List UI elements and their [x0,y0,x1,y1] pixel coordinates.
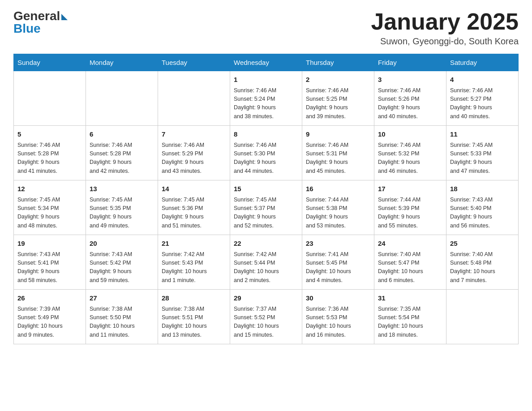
header-monday: Monday [86,54,158,71]
day-info: Sunrise: 7:36 AM Sunset: 5:53 PM Dayligh… [306,306,351,338]
calendar-cell: 25Sunrise: 7:40 AM Sunset: 5:48 PM Dayli… [446,235,519,290]
day-number: 1 [234,75,298,85]
calendar-cell: 23Sunrise: 7:41 AM Sunset: 5:45 PM Dayli… [302,235,374,290]
calendar-week-5: 26Sunrise: 7:39 AM Sunset: 5:49 PM Dayli… [14,290,519,344]
calendar-cell: 16Sunrise: 7:44 AM Sunset: 5:38 PM Dayli… [302,180,374,235]
calendar-cell: 1Sunrise: 7:46 AM Sunset: 5:24 PM Daylig… [230,71,302,126]
day-number: 18 [450,184,515,194]
calendar-cell: 5Sunrise: 7:46 AM Sunset: 5:28 PM Daylig… [14,126,86,180]
day-info: Sunrise: 7:46 AM Sunset: 5:28 PM Dayligh… [90,142,132,174]
header-tuesday: Tuesday [158,54,230,71]
day-info: Sunrise: 7:46 AM Sunset: 5:32 PM Dayligh… [378,142,420,174]
calendar-cell: 31Sunrise: 7:35 AM Sunset: 5:54 PM Dayli… [374,290,446,344]
day-number: 10 [378,129,442,140]
calendar-cell: 2Sunrise: 7:46 AM Sunset: 5:25 PM Daylig… [302,71,374,126]
calendar-cell: 29Sunrise: 7:37 AM Sunset: 5:52 PM Dayli… [230,290,302,344]
day-number: 4 [450,75,515,85]
day-info: Sunrise: 7:46 AM Sunset: 5:27 PM Dayligh… [450,87,493,120]
calendar-cell: 4Sunrise: 7:46 AM Sunset: 5:27 PM Daylig… [446,71,519,126]
day-number: 26 [17,293,82,304]
calendar-cell: 9Sunrise: 7:46 AM Sunset: 5:31 PM Daylig… [302,126,374,180]
day-info: Sunrise: 7:46 AM Sunset: 5:25 PM Dayligh… [306,87,348,120]
day-number: 15 [234,184,298,194]
day-number: 6 [90,129,154,140]
day-info: Sunrise: 7:44 AM Sunset: 5:38 PM Dayligh… [306,197,348,229]
day-number: 24 [378,239,442,249]
calendar-cell: 27Sunrise: 7:38 AM Sunset: 5:50 PM Dayli… [86,290,158,344]
day-info: Sunrise: 7:38 AM Sunset: 5:51 PM Dayligh… [162,306,207,338]
day-number: 25 [450,239,515,249]
day-info: Sunrise: 7:45 AM Sunset: 5:34 PM Dayligh… [17,197,60,229]
calendar-cell: 21Sunrise: 7:42 AM Sunset: 5:43 PM Dayli… [158,235,230,290]
calendar-cell [158,71,230,126]
day-info: Sunrise: 7:43 AM Sunset: 5:41 PM Dayligh… [17,251,60,283]
day-number: 2 [306,75,370,85]
day-number: 20 [90,239,154,249]
day-info: Sunrise: 7:46 AM Sunset: 5:24 PM Dayligh… [234,87,276,120]
day-info: Sunrise: 7:41 AM Sunset: 5:45 PM Dayligh… [306,251,351,283]
logo-arrow-icon [61,14,68,20]
calendar-cell: 17Sunrise: 7:44 AM Sunset: 5:39 PM Dayli… [374,180,446,235]
day-number: 30 [306,293,370,304]
day-number: 13 [90,184,154,194]
calendar-cell: 3Sunrise: 7:46 AM Sunset: 5:26 PM Daylig… [374,71,446,126]
logo-blue-text: Blue [13,21,41,36]
day-number: 29 [234,293,298,304]
day-number: 9 [306,129,370,140]
day-info: Sunrise: 7:46 AM Sunset: 5:31 PM Dayligh… [306,142,348,174]
day-info: Sunrise: 7:37 AM Sunset: 5:52 PM Dayligh… [234,306,279,338]
calendar-week-3: 12Sunrise: 7:45 AM Sunset: 5:34 PM Dayli… [14,180,519,235]
day-number: 21 [162,239,226,249]
day-info: Sunrise: 7:46 AM Sunset: 5:30 PM Dayligh… [234,142,276,174]
calendar-cell [86,71,158,126]
calendar-cell: 13Sunrise: 7:45 AM Sunset: 5:35 PM Dayli… [86,180,158,235]
day-number: 11 [450,129,515,140]
calendar-cell: 22Sunrise: 7:42 AM Sunset: 5:44 PM Dayli… [230,235,302,290]
day-number: 23 [306,239,370,249]
calendar-cell: 26Sunrise: 7:39 AM Sunset: 5:49 PM Dayli… [14,290,86,344]
day-number: 16 [306,184,370,194]
calendar-week-1: 1Sunrise: 7:46 AM Sunset: 5:24 PM Daylig… [14,71,519,126]
calendar-cell: 28Sunrise: 7:38 AM Sunset: 5:51 PM Dayli… [158,290,230,344]
day-number: 5 [17,129,82,140]
logo: General Blue [13,9,68,36]
day-info: Sunrise: 7:40 AM Sunset: 5:47 PM Dayligh… [378,251,423,283]
header-wednesday: Wednesday [230,54,302,71]
header-thursday: Thursday [302,54,374,71]
day-info: Sunrise: 7:42 AM Sunset: 5:43 PM Dayligh… [162,251,207,283]
calendar-cell: 6Sunrise: 7:46 AM Sunset: 5:28 PM Daylig… [86,126,158,180]
calendar-week-4: 19Sunrise: 7:43 AM Sunset: 5:41 PM Dayli… [14,235,519,290]
day-number: 12 [17,184,82,194]
day-info: Sunrise: 7:39 AM Sunset: 5:49 PM Dayligh… [17,306,63,338]
header-sunday: Sunday [14,54,86,71]
day-number: 3 [378,75,442,85]
day-info: Sunrise: 7:45 AM Sunset: 5:33 PM Dayligh… [450,142,493,174]
day-info: Sunrise: 7:38 AM Sunset: 5:50 PM Dayligh… [90,306,135,338]
day-number: 7 [162,129,226,140]
day-info: Sunrise: 7:35 AM Sunset: 5:54 PM Dayligh… [378,306,423,338]
calendar-cell [446,290,519,344]
day-info: Sunrise: 7:45 AM Sunset: 5:37 PM Dayligh… [234,197,276,229]
calendar-cell: 20Sunrise: 7:43 AM Sunset: 5:42 PM Dayli… [86,235,158,290]
day-number: 22 [234,239,298,249]
day-info: Sunrise: 7:46 AM Sunset: 5:28 PM Dayligh… [17,142,60,174]
day-number: 17 [378,184,442,194]
title-section: January 2025 Suwon, Gyeonggi-do, South K… [371,9,519,47]
day-number: 14 [162,184,226,194]
calendar-cell: 30Sunrise: 7:36 AM Sunset: 5:53 PM Dayli… [302,290,374,344]
day-info: Sunrise: 7:42 AM Sunset: 5:44 PM Dayligh… [234,251,279,283]
day-info: Sunrise: 7:46 AM Sunset: 5:26 PM Dayligh… [378,87,420,120]
day-number: 8 [234,129,298,140]
calendar-cell: 15Sunrise: 7:45 AM Sunset: 5:37 PM Dayli… [230,180,302,235]
location-title: Suwon, Gyeonggi-do, South Korea [371,36,519,47]
day-info: Sunrise: 7:43 AM Sunset: 5:40 PM Dayligh… [450,197,493,229]
day-number: 27 [90,293,154,304]
calendar-week-2: 5Sunrise: 7:46 AM Sunset: 5:28 PM Daylig… [14,126,519,180]
calendar-header-row: Sunday Monday Tuesday Wednesday Thursday… [14,54,519,71]
calendar-cell: 7Sunrise: 7:46 AM Sunset: 5:29 PM Daylig… [158,126,230,180]
page-header: General Blue January 2025 Suwon, Gyeongg… [13,9,519,47]
calendar-cell: 8Sunrise: 7:46 AM Sunset: 5:30 PM Daylig… [230,126,302,180]
calendar-table: Sunday Monday Tuesday Wednesday Thursday… [13,54,519,344]
day-number: 28 [162,293,226,304]
day-number: 31 [378,293,442,304]
